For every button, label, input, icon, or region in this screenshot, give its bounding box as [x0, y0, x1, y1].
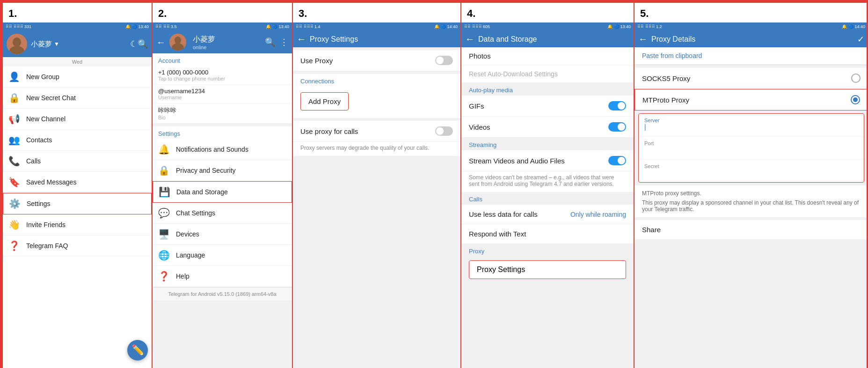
status-left-5: ⠿⠿ ⠿⠿⠿ 1.2 — [637, 24, 662, 29]
use-proxy-calls-row[interactable]: Use proxy for calls — [293, 121, 460, 142]
data-storage-back-button[interactable]: ← — [465, 34, 474, 44]
use-proxy-calls-toggle[interactable] — [435, 126, 453, 136]
devices-label: Devices — [176, 230, 199, 238]
invite-icon: 👋 — [8, 219, 20, 230]
proxy-settings-content: Use Proxy Connections Add Proxy Use prox… — [293, 47, 460, 368]
dropdown-icon[interactable]: ▼ — [54, 41, 59, 47]
server-input[interactable] — [644, 123, 858, 132]
secret-field[interactable]: Secret — [639, 160, 864, 182]
data-storage-header: ← Data and Storage — [461, 31, 634, 47]
back-button[interactable]: ← — [156, 37, 166, 48]
moon-icon: ☾ — [130, 39, 138, 49]
socks5-proxy-row[interactable]: SOCKS5 Proxy — [635, 68, 868, 89]
use-proxy-calls-label: Use proxy for calls — [300, 127, 358, 135]
status-left-1: ⠿⠿ ⠿⠿⠿ 331 — [6, 24, 31, 29]
proxy-back-button[interactable]: ← — [297, 34, 306, 44]
faq-icon: ❓ — [8, 240, 20, 251]
gifs-toggle[interactable] — [608, 101, 626, 110]
step-1-label: 1. — [5, 4, 17, 22]
mtproto-radio[interactable] — [851, 95, 860, 104]
bio-field[interactable]: 咔咔咔 Bio — [153, 103, 292, 124]
port-input[interactable] — [644, 146, 858, 155]
saved-label: Saved Messages — [26, 178, 76, 186]
menu-item-new-group[interactable]: 👤 New Group — [3, 66, 152, 88]
phone-hint: Tap to change phone number — [158, 76, 286, 81]
help-icon: ❓ — [158, 271, 169, 282]
confirm-button[interactable]: ✓ — [857, 34, 864, 44]
avatar — [7, 34, 27, 54]
search-button[interactable]: 🔍 — [138, 39, 148, 49]
menu-item-contacts[interactable]: 👥 Contacts — [3, 130, 152, 151]
devices-item[interactable]: 🖥️ Devices — [153, 224, 292, 245]
mtproto-proxy-row[interactable]: MTProto Proxy — [635, 89, 868, 110]
paste-from-clipboard-button[interactable]: Paste from clipboard — [635, 47, 868, 65]
status-right-3: 🔔 🔵 14:40 — [434, 24, 458, 29]
stream-videos-toggle[interactable] — [608, 156, 626, 165]
secret-input[interactable] — [644, 169, 858, 178]
settings-online-status: online — [193, 44, 261, 50]
language-item[interactable]: 🌐 Language — [153, 245, 292, 266]
proxy-settings-title: Proxy Settings — [310, 35, 358, 44]
privacy-icon: 🔒 — [158, 165, 169, 176]
language-icon: 🌐 — [158, 250, 169, 261]
data-storage-item[interactable]: 💾 Data and Storage — [153, 181, 292, 203]
more-options-icon[interactable]: ⋮ — [280, 37, 288, 47]
gifs-label: GIFs — [469, 102, 484, 110]
use-less-data-label: Use less data for calls — [469, 210, 538, 218]
menu-item-invite-friends[interactable]: 👋 Invite Friends — [3, 214, 152, 236]
bio-name: 咔咔咔 — [158, 106, 286, 115]
privacy-item[interactable]: 🔒 Privacy and Security — [153, 160, 292, 181]
menu-item-new-channel[interactable]: 📢 New Channel — [3, 109, 152, 130]
use-proxy-toggle[interactable] — [435, 56, 453, 65]
menu-item-saved-messages[interactable]: 🔖 Saved Messages — [3, 172, 152, 193]
videos-row[interactable]: Videos — [461, 117, 634, 138]
gifs-row[interactable]: GIFs — [461, 96, 634, 117]
add-proxy-button[interactable]: Add Proxy — [300, 92, 349, 110]
share-button[interactable]: Share — [635, 220, 868, 239]
menu-item-new-secret-chat[interactable]: 🔒 New Secret Chat — [3, 88, 152, 109]
chat-settings-item[interactable]: 💬 Chat Settings — [153, 203, 292, 224]
privacy-label: Privacy and Security — [176, 167, 236, 174]
username-field[interactable]: @username1234 Username — [153, 85, 292, 103]
status-bar-5: ⠿⠿ ⠿⠿⠿ 1.2 🔔 🔵 14:40 — [635, 22, 868, 31]
devices-icon: 🖥️ — [158, 228, 169, 240]
new-group-label: New Group — [26, 73, 59, 81]
respond-with-text-row[interactable]: Respond with Text — [461, 224, 634, 244]
menu-item-calls[interactable]: 📞 Calls — [3, 151, 152, 172]
telegram-version-footer: Telegram for Android v5.15.0 (1869) arm6… — [153, 287, 292, 301]
reset-auto-download[interactable]: Reset Auto-Download Settings — [461, 66, 634, 83]
autoplay-section-title: Auto-play media — [461, 83, 634, 96]
photos-label: Photos — [469, 52, 491, 60]
proxy-section-title: Proxy — [461, 244, 634, 257]
port-field[interactable]: Port — [639, 137, 864, 160]
stream-videos-row[interactable]: Stream Videos and Audio Files — [461, 150, 634, 171]
menu-item-settings[interactable]: ⚙️ Settings — [3, 193, 152, 214]
data-label: Data and Storage — [176, 188, 228, 196]
svg-point-1 — [13, 37, 21, 47]
step-5-label: 5. — [636, 4, 649, 22]
use-proxy-row[interactable]: Use Proxy — [293, 50, 460, 71]
stream-videos-label: Stream Videos and Audio Files — [469, 157, 565, 165]
proxy-settings-header: ← Proxy Settings — [293, 31, 460, 47]
stream-hint: Some videos can't be streamed – e.g., al… — [461, 171, 634, 192]
use-less-data-row[interactable]: Use less data for calls Only while roami… — [461, 205, 634, 224]
notes-line-1: MTProto proxy settings. — [642, 190, 861, 197]
notifications-item[interactable]: 🔔 Notifications and Sounds — [153, 139, 292, 160]
help-item[interactable]: ❓ Help — [153, 266, 292, 287]
use-less-data-value[interactable]: Only while roaming — [570, 211, 626, 218]
videos-toggle[interactable] — [608, 122, 626, 132]
compose-fab[interactable]: ✏️ — [127, 340, 148, 361]
proxy-settings-link[interactable]: Proxy Settings — [469, 260, 626, 279]
proxy-details-back-button[interactable]: ← — [638, 34, 648, 44]
search-header-icon[interactable]: 🔍 — [265, 37, 275, 47]
menu-item-faq[interactable]: ❓ Telegram FAQ — [3, 236, 152, 257]
status-left-3: ⠿⠿ ⠿⠿⠿ 1.4 — [296, 24, 321, 29]
new-channel-label: New Channel — [26, 115, 66, 123]
socks5-radio[interactable] — [851, 74, 861, 83]
step-4-label: 4. — [463, 4, 475, 22]
settings-header: ← 小菱萝 online 🔍 ⋮ — [153, 31, 292, 53]
proxy-calls-hint: Proxy servers may degrade the quality of… — [293, 142, 460, 156]
server-field[interactable]: Server — [639, 114, 864, 137]
calls-icon: 📞 — [8, 155, 20, 167]
phone-field[interactable]: +1 (000) 000-0000 Tap to change phone nu… — [153, 66, 292, 85]
